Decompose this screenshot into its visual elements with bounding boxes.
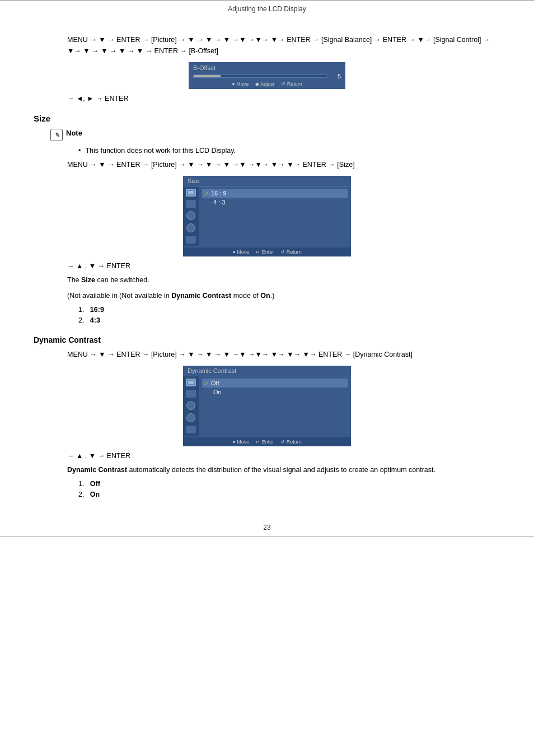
size-menu-path: MENU → ▼ → ENTER → [Picture] → ▼ → ▼ → ▼… bbox=[67, 159, 500, 170]
size-enter-label: ↵ Enter bbox=[256, 249, 274, 255]
size-bottom-bar: ● Move ↵ Enter ↺ Return bbox=[183, 248, 351, 256]
boffset-bottom-bar: ● Move ◆ Adjust ↺ Return bbox=[193, 81, 341, 87]
size-description: The Size can be switched. bbox=[67, 274, 500, 286]
dynamic-contrast-heading: Dynamic Contrast bbox=[34, 335, 500, 344]
sidebar-icon-4 bbox=[186, 223, 195, 232]
dyncontrast-description: Dynamic Contrast automatically detects t… bbox=[67, 464, 500, 475]
boffset-osd: B-Offset 5 ● Move ◆ Adjust ↺ Return bbox=[189, 62, 345, 89]
on-ref: On bbox=[260, 292, 270, 300]
size-osd-sidebar bbox=[183, 186, 199, 246]
dynamic-contrast-ref: Dynamic Contrast bbox=[171, 292, 231, 300]
boffset-osd-row: 5 bbox=[193, 73, 341, 80]
size-osd-menu-items: ✓ 16 : 9 4 : 3 bbox=[199, 186, 351, 246]
dyncontrast-list-item-2: 2. On bbox=[78, 491, 500, 498]
svg-rect-7 bbox=[187, 427, 195, 432]
size-section: Size ✎ Note This function does not work … bbox=[34, 114, 500, 324]
dyncontrast-osd-body: ✓ Off On bbox=[183, 376, 351, 436]
dyncontrast-menu-path: MENU → ▼ → ENTER → [Picture] → ▼ → ▼ → ▼… bbox=[67, 349, 500, 360]
size-move-label: ● Move bbox=[232, 249, 249, 255]
dyncontrast-item2-label: On bbox=[90, 491, 100, 498]
dyncontrast-osd-sidebar bbox=[183, 376, 199, 436]
boffset-value: 5 bbox=[332, 73, 341, 80]
size-list-item-2: 2. 4:3 bbox=[78, 316, 500, 324]
page-title: Adjusting the LCD Display bbox=[228, 5, 306, 13]
dc-sidebar-icon-3 bbox=[186, 401, 195, 410]
size-osd-item-2: 4 : 3 bbox=[202, 198, 348, 207]
boffset-move-label: ● Move bbox=[232, 81, 249, 87]
boffset-return-label: ↺ Return bbox=[281, 81, 302, 87]
size-bold: Size bbox=[81, 276, 95, 284]
dyncontrast-osd: Dynamic Contrast bbox=[183, 366, 351, 446]
size-heading: Size bbox=[34, 114, 500, 123]
boffset-osd-container: B-Offset 5 ● Move ◆ Adjust ↺ Return bbox=[34, 62, 500, 89]
dyncontrast-osd-container: Dynamic Contrast bbox=[34, 366, 500, 446]
dyncontrast-osd-item-1: ✓ Off bbox=[202, 379, 348, 388]
sidebar-icon-5 bbox=[186, 236, 196, 244]
dynamic-contrast-section: Dynamic Contrast MENU → ▼ → ENTER → [Pic… bbox=[34, 335, 500, 498]
size-osd-item-1: ✓ 16 : 9 bbox=[202, 189, 348, 198]
page-header: Adjusting the LCD Display bbox=[0, 0, 534, 13]
svg-rect-5 bbox=[188, 381, 194, 384]
size-osd-container: Size bbox=[34, 176, 500, 256]
boffset-osd-title: B-Offset bbox=[193, 64, 341, 71]
dc-move-label: ● Move bbox=[232, 439, 249, 445]
dc-enter-label: ↵ Enter bbox=[256, 439, 274, 445]
size-list-item-1: 1. 16:9 bbox=[78, 306, 500, 314]
sidebar-icon-3 bbox=[186, 211, 195, 220]
svg-rect-3 bbox=[187, 237, 195, 242]
boffset-menu-path: MENU → ▼ → ENTER → [Picture] → ▼ → ▼ → ▼… bbox=[67, 34, 500, 57]
size-not-avail-prefix: (Not available in bbox=[67, 292, 119, 300]
size-note-text: This function does not work for this LCD… bbox=[85, 147, 236, 155]
dyncontrast-bold: Dynamic Contrast bbox=[67, 466, 127, 474]
note-label: Note bbox=[66, 129, 82, 137]
boffset-slider-fill bbox=[194, 75, 221, 77]
dc-sidebar-icon-5 bbox=[186, 426, 196, 433]
dyncontrast-osd-title: Dynamic Contrast bbox=[183, 366, 351, 376]
dyncontrast-bottom-bar: ● Move ↵ Enter ↺ Return bbox=[183, 437, 351, 446]
dyncontrast-osd-menu-items: ✓ Off On bbox=[199, 376, 351, 436]
svg-rect-6 bbox=[187, 391, 195, 396]
size-note-box: ✎ Note bbox=[50, 129, 500, 141]
size-osd-title: Size bbox=[183, 176, 351, 186]
size-osd: Size bbox=[183, 176, 351, 256]
boffset-enter-nav: → ◄, ► → ENTER bbox=[67, 95, 500, 102]
page-footer: 23 bbox=[0, 524, 534, 536]
boffset-slider-track bbox=[193, 74, 327, 78]
dc-sidebar-icon-1 bbox=[186, 379, 196, 386]
dyncontrast-list-item-1: 1. Off bbox=[78, 480, 500, 488]
dyncontrast-desc-text: automatically detects the distribution o… bbox=[127, 466, 435, 474]
sidebar-icon-2 bbox=[186, 200, 196, 208]
dyncontrast-item1-label: Off bbox=[90, 480, 100, 488]
page-number: 23 bbox=[263, 524, 270, 531]
size-item2-label: 4:3 bbox=[90, 316, 100, 324]
dyncontrast-enter-nav: → ▲ , ▼ → ENTER bbox=[67, 452, 500, 460]
content-area: MENU → ▼ → ENTER → [Picture] → ▼ → ▼ → ▼… bbox=[0, 24, 534, 512]
note-icon: ✎ bbox=[50, 129, 63, 141]
page-container: Adjusting the LCD Display MENU → ▼ → ENT… bbox=[0, 0, 534, 756]
svg-rect-1 bbox=[188, 191, 194, 194]
svg-rect-2 bbox=[187, 201, 195, 207]
boffset-adjust-label: ◆ Adjust bbox=[255, 81, 274, 87]
dc-check-1: ✓ bbox=[204, 380, 209, 386]
size-item1-label: 16:9 bbox=[90, 306, 104, 314]
dc-sidebar-icon-4 bbox=[186, 413, 195, 422]
size-return-label: ↺ Return bbox=[280, 249, 302, 255]
size-check-1: ✓ bbox=[204, 190, 209, 197]
size-note-bullet: This function does not work for this LCD… bbox=[78, 147, 500, 155]
dc-return-label: ↺ Return bbox=[280, 439, 302, 445]
dyncontrast-osd-item-2: On bbox=[202, 388, 348, 396]
size-enter-nav: → ▲ , ▼ → ENTER bbox=[67, 262, 500, 270]
size-not-available: (Not available in (Not available in Dyna… bbox=[67, 290, 500, 301]
sidebar-icon-1 bbox=[186, 189, 196, 197]
dc-sidebar-icon-2 bbox=[186, 390, 196, 398]
size-osd-body: ✓ 16 : 9 4 : 3 bbox=[183, 186, 351, 246]
